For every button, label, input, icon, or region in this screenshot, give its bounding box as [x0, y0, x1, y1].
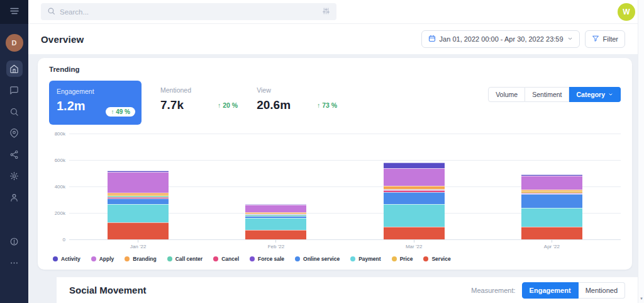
- legend-item-payment[interactable]: Payment: [350, 256, 380, 262]
- sidebar-item-home[interactable]: [6, 60, 23, 77]
- legend-item-online-service[interactable]: Online service: [295, 256, 340, 262]
- chevron-down-icon: [567, 35, 573, 43]
- sidebar-item-more[interactable]: [6, 254, 23, 271]
- stat-block-view[interactable]: View20.6m↑ 73 %: [257, 81, 337, 112]
- bar-segment-apply[interactable]: [245, 205, 306, 212]
- filter-button[interactable]: Filter: [585, 30, 625, 48]
- legend-dot: [392, 256, 397, 261]
- sidebar-item-search[interactable]: [6, 103, 23, 120]
- y-axis-tick: 600k: [55, 157, 65, 163]
- measurement-toggle: EngagementMentioned: [522, 282, 625, 299]
- legend-item-cancel[interactable]: Cancel: [213, 256, 239, 262]
- search-box[interactable]: [41, 3, 336, 20]
- sliders-icon[interactable]: [322, 6, 330, 18]
- x-axis-tick: [275, 240, 276, 243]
- location-icon: [9, 129, 19, 138]
- user-icon: [9, 193, 19, 202]
- stacked-bar[interactable]: [521, 174, 582, 239]
- view-button-label: Volume: [496, 91, 518, 98]
- user-avatar[interactable]: W: [618, 3, 635, 21]
- x-axis-label: Jan '22: [130, 244, 147, 249]
- bar-segment-service[interactable]: [521, 227, 582, 239]
- bar-segment-payment[interactable]: [108, 204, 169, 222]
- legend-dot: [250, 256, 255, 261]
- x-axis-label: Mar '22: [406, 244, 422, 249]
- date-range-picker[interactable]: Jan 01, 2022 00:00 - Apr 30, 2022 23:59: [421, 30, 580, 48]
- legend-item-force-sale[interactable]: Force sale: [250, 256, 284, 262]
- view-button-category[interactable]: Category: [569, 87, 621, 102]
- legend-label: Force sale: [258, 256, 284, 262]
- bar-segment-payment[interactable]: [521, 208, 582, 227]
- view-button-sentiment[interactable]: Sentiment: [525, 87, 569, 102]
- stat-block-mentioned[interactable]: Mentioned7.7k↑ 20 %: [160, 81, 238, 112]
- stat-delta-badge: ↑ 49 %: [106, 107, 135, 117]
- bar-segment-service[interactable]: [245, 230, 306, 239]
- sidebar-item-settings[interactable]: [6, 168, 23, 184]
- stat-delta: ↑ 73 %: [317, 101, 337, 112]
- stacked-bar-chart: 800k600k400k200k0: [49, 134, 621, 239]
- search-icon: [9, 107, 19, 117]
- legend-dot: [125, 256, 130, 261]
- legend-item-call-center[interactable]: Call center: [167, 256, 203, 262]
- social-movement-section: Social Movement Measurement: EngagementM…: [57, 277, 638, 303]
- legend-item-activity[interactable]: Activity: [53, 256, 80, 262]
- y-axis-tick: 400k: [55, 184, 65, 190]
- view-button-label: Category: [576, 91, 605, 98]
- legend-dot: [91, 256, 96, 261]
- sidebar-item-user[interactable]: [6, 189, 23, 205]
- bar-column-4: [483, 134, 621, 239]
- legend-label: Price: [400, 256, 413, 262]
- measurement-button-engagement[interactable]: Engagement: [522, 282, 579, 299]
- trending-title: Trending: [49, 66, 621, 73]
- bar-segment-online-service[interactable]: [521, 194, 582, 208]
- bar-segment-apply[interactable]: [521, 176, 582, 190]
- bar-segment-service[interactable]: [108, 222, 169, 239]
- stacked-bar[interactable]: [384, 163, 445, 239]
- scroll-down-arrow[interactable]: ▼: [638, 297, 644, 300]
- trending-card: Trending Engagement1.2m↑ 49 %Mentioned7.…: [38, 58, 632, 270]
- workspace-avatar[interactable]: D: [6, 34, 23, 52]
- search-input[interactable]: [60, 8, 318, 16]
- search-icon: [47, 6, 55, 18]
- chevron-down-icon: [608, 91, 613, 98]
- topbar: W: [28, 0, 644, 24]
- gridline: [69, 239, 621, 240]
- sidebar-item-share[interactable]: [6, 146, 23, 163]
- measurement-button-mentioned[interactable]: Mentioned: [579, 282, 625, 299]
- x-axis-label: Apr '22: [544, 244, 560, 249]
- sidebar-menu-toggle[interactable]: [0, 0, 28, 24]
- view-button-volume[interactable]: Volume: [488, 87, 525, 102]
- bar-segment-online-service[interactable]: [384, 192, 445, 204]
- chart-bars: [69, 134, 621, 239]
- bar-segment-service[interactable]: [384, 227, 445, 239]
- chart-x-axis: Jan '22Feb '22Mar '22Apr '22: [49, 240, 621, 249]
- bar-segment-online-service[interactable]: [108, 198, 169, 204]
- stat-value: 7.7k: [160, 98, 191, 112]
- bar-segment-activity[interactable]: [384, 163, 445, 168]
- stat-tile-engagement[interactable]: Engagement1.2m↑ 49 %: [49, 81, 142, 125]
- bar-segment-apply[interactable]: [384, 168, 445, 186]
- y-axis-tick: 0: [63, 237, 65, 243]
- page-title: Overview: [41, 34, 84, 45]
- stacked-bar[interactable]: [108, 171, 169, 239]
- stacked-bar[interactable]: [245, 204, 306, 239]
- legend-dot: [350, 256, 355, 261]
- stat-label: Engagement: [57, 88, 134, 95]
- sidebar-item-info[interactable]: [6, 233, 23, 249]
- legend-item-service[interactable]: Service: [423, 256, 450, 262]
- legend-dot: [213, 256, 218, 261]
- sidebar-item-location[interactable]: [6, 125, 23, 141]
- sidebar-item-chat[interactable]: [6, 82, 23, 98]
- legend-item-price[interactable]: Price: [392, 256, 413, 262]
- sidebar-nav: [6, 60, 23, 271]
- legend-item-branding[interactable]: Branding: [125, 256, 156, 262]
- bar-segment-apply[interactable]: [108, 172, 169, 193]
- scrollbar[interactable]: ▼: [638, 0, 644, 303]
- legend-item-apply[interactable]: Apply: [91, 256, 114, 262]
- legend-label: Cancel: [221, 256, 239, 262]
- bar-segment-payment[interactable]: [245, 218, 306, 230]
- bar-segment-payment[interactable]: [384, 204, 445, 227]
- filter-label: Filter: [603, 35, 618, 43]
- chart-view-toggle: VolumeSentimentCategory: [488, 81, 621, 102]
- legend-label: Branding: [133, 256, 156, 262]
